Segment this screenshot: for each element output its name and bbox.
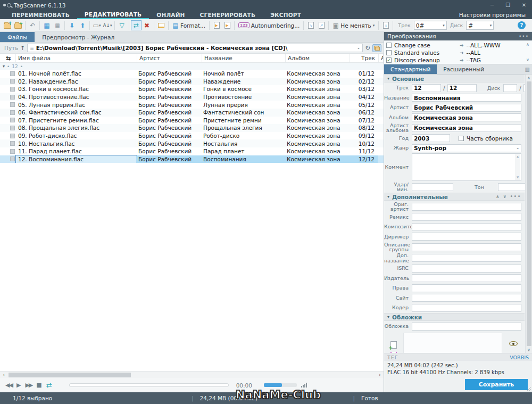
extra-field-input[interactable] [412, 233, 521, 241]
genre-select[interactable]: Synth-pop⌄ [412, 144, 521, 152]
transform-checkbox[interactable]: ✓ [386, 57, 392, 63]
cover-input[interactable] [412, 323, 521, 331]
menu-item-3[interactable]: СГЕНЕРИРОВАТЬ [193, 10, 263, 19]
filter-icon[interactable]: ▽ [117, 20, 127, 30]
column-title[interactable]: Название [202, 54, 286, 62]
transform-checkbox[interactable] [386, 50, 392, 55]
extra-field-input[interactable] [412, 223, 521, 231]
save-cover-icon[interactable] [390, 352, 397, 353]
tab-preview-log[interactable]: Предпросмотр - Журнал [35, 32, 122, 42]
transform-checkbox[interactable] [386, 43, 392, 48]
menu-item-2[interactable]: ОНЛАЙН [149, 10, 192, 19]
tab-files[interactable]: Файлы [0, 32, 35, 42]
format-button[interactable]: ▤Format... [170, 20, 207, 30]
menu-item-0[interactable]: ПЕРЕИМЕНОВАТЬ [4, 10, 77, 19]
deselect-all-icon[interactable]: ▦ [52, 20, 63, 30]
transform-item[interactable]: ✓Discogs cleanup➜--TAG [386, 56, 523, 64]
table-row[interactable]: 07. Пристегните ремни.flacБорис Рабчевск… [0, 117, 384, 125]
swap-panels-icon[interactable]: ⇄ [131, 20, 142, 30]
scroll-thumb[interactable] [9, 373, 131, 377]
add-folder-button[interactable]: + [13, 20, 23, 30]
track-input[interactable]: 12 [412, 84, 441, 92]
no-change-dropdown[interactable]: ▣Не менять▾ [330, 20, 377, 30]
artist-input[interactable]: Борис Рабчевский [412, 104, 521, 112]
undo-icon[interactable]: ↶ [27, 20, 38, 30]
paste-tag-icon[interactable]: ↗ [316, 20, 327, 30]
row-checkbox[interactable] [10, 118, 15, 122]
play-file-icon[interactable]: ▶ [211, 20, 222, 30]
play-button[interactable]: ▶ [16, 382, 21, 389]
disc-input[interactable] [503, 84, 517, 92]
extra-field-input[interactable] [412, 274, 521, 282]
row-checkbox[interactable] [10, 134, 15, 138]
row-checkbox[interactable] [10, 156, 15, 161]
minimize-button[interactable]: ─ [484, 0, 500, 10]
table-row[interactable]: 08. Прощальная элегия.flacБорис Рабчевск… [0, 124, 384, 132]
column-album[interactable]: Альбом [286, 54, 350, 62]
clear-list-icon[interactable]: ✖ [142, 20, 152, 30]
repeat-button[interactable]: ⇄ [46, 381, 52, 389]
extra-field-input[interactable] [412, 294, 521, 302]
comment-icon[interactable] [156, 20, 167, 30]
comment-textarea[interactable]: ∧∨ [412, 153, 521, 181]
extra-field-input[interactable] [412, 284, 521, 292]
path-input[interactable]: ≡ E:\Download\Torrent\Musik\[2003] Борис… [27, 44, 363, 52]
table-row[interactable]: 05. Лунная прерия.flacБорис РабчевскийЛу… [0, 101, 384, 109]
selection-mode-dropdown[interactable]: ▭▾ [92, 20, 102, 30]
move-down-icon[interactable]: ⬇ [66, 20, 77, 30]
compilation-checkbox[interactable] [459, 136, 464, 141]
extra-field-input[interactable] [412, 254, 521, 262]
refresh-icon[interactable]: ↻ [365, 44, 370, 52]
album-input[interactable]: Космическая зона [412, 113, 521, 121]
preview-cover-eye-icon[interactable] [509, 341, 518, 346]
path-dropdown-icon[interactable]: ⌄ [357, 46, 360, 50]
autonumbering-button[interactable]: 123Autonumbering... [236, 22, 302, 29]
table-row[interactable]: 06. Фантастический сон.flacБорис Рабчевс… [0, 109, 384, 117]
column-filename[interactable]: Имя файла [16, 54, 137, 62]
tab-extended[interactable]: Расширенный [437, 64, 491, 74]
row-checkbox[interactable] [10, 95, 15, 100]
folder-up-icon[interactable]: ↑ [20, 45, 25, 52]
volume-slider[interactable] [264, 383, 297, 387]
table-row[interactable]: 11. Парад планет.flacБорис РабчевскийПар… [0, 147, 384, 155]
extra-field-input[interactable] [412, 203, 521, 211]
cover-dropzone[interactable]: Перетащите обложку сюда [403, 333, 502, 353]
close-button[interactable]: ✕ [516, 0, 532, 10]
save-button[interactable]: Сохранить [465, 379, 528, 390]
bpm-input[interactable] [412, 183, 453, 191]
extra-field-input[interactable] [412, 304, 521, 312]
table-row[interactable]: 02. Наваждение.flacБорис РабчевскийНаваж… [0, 78, 384, 86]
year-input[interactable]: 2003 [412, 134, 450, 142]
transforms-scrollbar[interactable]: ∧∨ [523, 40, 532, 64]
title-input[interactable]: Воспоминания [412, 94, 521, 102]
horizontal-scrollbar[interactable]: ‹ › [0, 371, 384, 378]
path-menu-icon[interactable]: ≡ [30, 45, 34, 51]
table-row[interactable]: 12. Воспоминания.flacБорис РабчевскийВос… [0, 155, 384, 163]
help-button[interactable]: ? [518, 21, 526, 29]
row-checkbox[interactable] [10, 87, 15, 92]
extra-field-input[interactable] [412, 213, 521, 221]
row-checkbox[interactable] [10, 79, 15, 84]
sort-dropdown[interactable]: A↓▾ [102, 20, 113, 30]
open-folder-button[interactable]: ↑ [2, 20, 13, 30]
transforms-menu-icon[interactable]: ••• [519, 34, 529, 39]
transform-item[interactable]: Standard values➜--ALL [386, 49, 523, 56]
table-row[interactable]: 10. Ностальгия.flacБорис РабчевскийНоста… [0, 139, 384, 147]
disc-format-combo[interactable]: #▾ [466, 21, 494, 30]
extra-field-input[interactable] [412, 265, 521, 273]
maximize-button[interactable]: ❒ [500, 0, 516, 10]
scroll-right-arrow[interactable]: › [376, 372, 384, 377]
row-checkbox[interactable] [10, 141, 15, 146]
select-all-icon[interactable]: ▦ [41, 20, 52, 30]
row-checkbox[interactable] [10, 71, 15, 76]
stop-button[interactable]: ■ [36, 382, 41, 389]
group-row[interactable]: ▾•12• [0, 63, 384, 70]
menu-item-1[interactable]: РЕДАКТИРОВАТЬ [77, 10, 149, 19]
section-extra[interactable]: ▾Дополнительные∧ ∨ ••• [384, 193, 525, 201]
rewind-button[interactable]: ◀◀ [5, 382, 12, 389]
table-row[interactable]: 04. Противостояние.flacБорис РабчевскийП… [0, 93, 384, 101]
table-row[interactable]: 03. Гонки в космосе.flacБорис Рабчевский… [0, 85, 384, 93]
play-list-icon[interactable]: ▶ [222, 20, 232, 30]
table-row[interactable]: 09. Робот-диско.flacБорис РабчевскийРобо… [0, 132, 384, 140]
row-checkbox[interactable] [10, 102, 15, 107]
